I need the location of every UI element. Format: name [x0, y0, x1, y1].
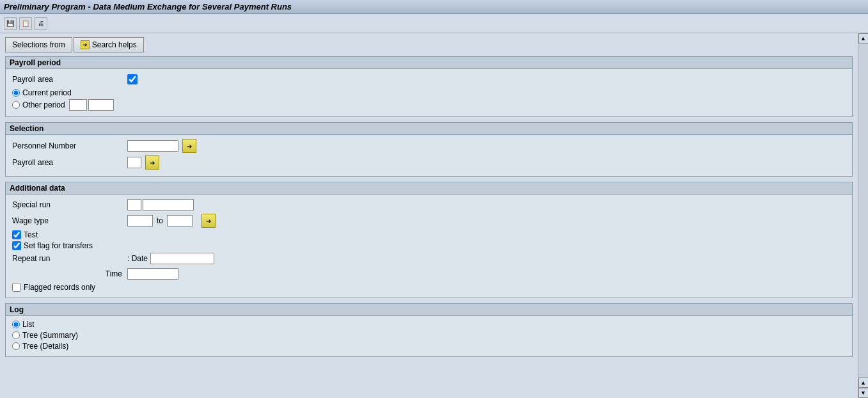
copy-icon[interactable]: 📋: [19, 17, 32, 30]
selection-payroll-area-label: Payroll area: [12, 158, 127, 167]
title-text: Preliminary Program - Data Medium Exchan…: [4, 2, 292, 12]
scrollbar[interactable]: ▲ ▲ ▼: [858, 33, 868, 398]
log-tree-details-radio[interactable]: [12, 342, 20, 350]
time-label: Time: [12, 269, 127, 278]
payroll-area-label: Payroll area: [12, 75, 127, 84]
button-bar: Selections from ➔ Search helps: [5, 37, 853, 52]
log-section: Log List Tree (Summary) Tree (Details): [5, 303, 853, 357]
additional-data-header: Additional data: [6, 182, 852, 195]
test-checkbox[interactable]: [12, 230, 21, 239]
scroll-thumb[interactable]: [859, 44, 868, 378]
other-period-input2[interactable]: [88, 99, 114, 111]
personnel-number-label: Personnel Number: [12, 141, 127, 150]
log-header: Log: [6, 304, 852, 316]
title-bar: Preliminary Program - Data Medium Exchan…: [0, 0, 868, 14]
log-tree-summary-radio[interactable]: [12, 331, 20, 339]
payroll-period-header: Payroll period: [6, 57, 852, 69]
scroll-down-arrow-top[interactable]: ▲: [858, 378, 869, 388]
selection-payroll-area-search-btn[interactable]: ➔: [145, 155, 159, 170]
personnel-number-search-btn[interactable]: ➔: [182, 139, 196, 153]
log-list-label: List: [22, 320, 35, 329]
additional-data-section: Additional data Special run Wage type to…: [5, 182, 853, 298]
date-label: : Date: [127, 254, 148, 263]
save-icon[interactable]: 💾: [4, 17, 17, 30]
search-helps-arrow-icon: ➔: [81, 40, 90, 49]
personnel-number-input[interactable]: [127, 140, 178, 152]
flagged-records-label: Flagged records only: [24, 283, 95, 292]
current-period-label: Current period: [22, 88, 72, 97]
repeat-run-date-input[interactable]: [150, 253, 214, 264]
toolbar: 💾 📋 🖨: [0, 14, 868, 33]
to-label: to: [157, 216, 163, 225]
set-flag-label: Set flag for transfers: [24, 241, 93, 250]
flagged-records-checkbox[interactable]: [12, 283, 21, 292]
log-tree-details-label: Tree (Details): [22, 342, 68, 351]
log-tree-summary-label: Tree (Summary): [22, 331, 78, 340]
test-label: Test: [24, 230, 38, 239]
special-run-label: Special run: [12, 200, 127, 209]
other-period-radio[interactable]: [12, 101, 20, 109]
repeat-run-label: Repeat run: [12, 254, 127, 263]
selection-section: Selection Personnel Number ➔ Payroll are…: [5, 122, 853, 177]
time-input[interactable]: 00:00:00: [127, 268, 178, 280]
payroll-area-checkbox[interactable]: [127, 74, 138, 84]
other-period-label: Other period: [22, 100, 65, 109]
current-period-radio[interactable]: [12, 89, 20, 97]
payroll-period-section: Payroll period Payroll area Current peri…: [5, 56, 853, 117]
special-run-input2[interactable]: [143, 199, 194, 211]
search-helps-label: Search helps: [92, 40, 137, 49]
scroll-up-arrow[interactable]: ▲: [858, 33, 869, 44]
wage-type-label: Wage type: [12, 216, 127, 225]
selection-payroll-area-input[interactable]: [127, 157, 141, 168]
special-run-input1[interactable]: [127, 199, 141, 211]
scroll-down-arrow[interactable]: ▼: [858, 388, 869, 398]
set-flag-checkbox[interactable]: [12, 241, 21, 250]
wage-type-search-btn[interactable]: ➔: [201, 214, 216, 228]
search-helps-button[interactable]: ➔ Search helps: [74, 37, 144, 52]
print-icon[interactable]: 🖨: [35, 17, 47, 30]
wage-type-to-input[interactable]: [167, 215, 193, 227]
selections-from-button[interactable]: Selections from: [5, 37, 72, 52]
wage-type-from-input[interactable]: [127, 215, 153, 227]
log-list-radio[interactable]: [12, 321, 20, 328]
other-period-input1[interactable]: [69, 99, 87, 111]
selections-from-label: Selections from: [12, 40, 65, 49]
selection-header: Selection: [6, 123, 852, 135]
